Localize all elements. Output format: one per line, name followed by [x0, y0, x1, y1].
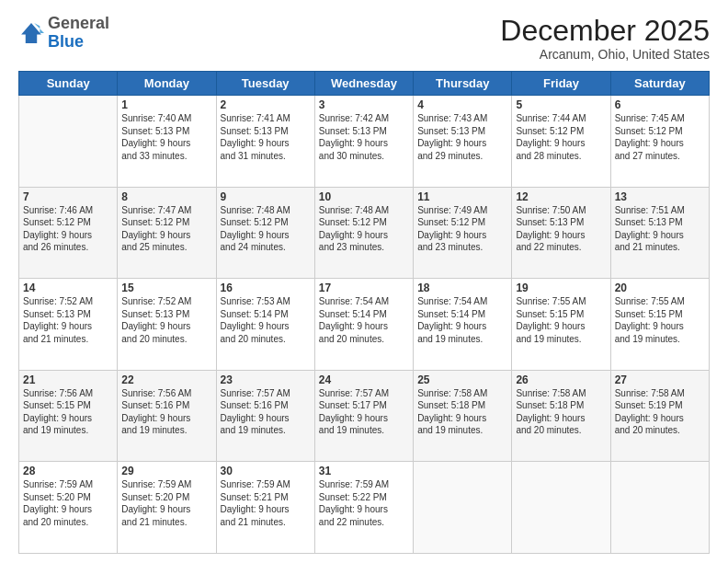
col-tuesday: Tuesday [216, 72, 314, 96]
day-info: Sunrise: 7:54 AMSunset: 5:14 PMDaylight:… [417, 295, 507, 345]
col-thursday: Thursday [414, 72, 512, 96]
day-number: 29 [121, 465, 211, 477]
logo-text: General Blue [48, 15, 109, 52]
day-number: 30 [221, 465, 311, 477]
table-row: 17Sunrise: 7:54 AMSunset: 5:14 PMDayligh… [314, 279, 413, 371]
table-row: 27Sunrise: 7:58 AMSunset: 5:19 PMDayligh… [610, 370, 709, 462]
table-row: 5Sunrise: 7:44 AMSunset: 5:12 PMDaylight… [512, 96, 610, 188]
day-number: 28 [23, 465, 113, 477]
table-row: 21Sunrise: 7:56 AMSunset: 5:15 PMDayligh… [19, 370, 118, 462]
table-row [19, 96, 118, 188]
day-info: Sunrise: 7:52 AMSunset: 5:13 PMDaylight:… [23, 295, 113, 345]
day-number: 2 [221, 98, 311, 111]
day-number: 15 [121, 282, 211, 294]
title-block: December 2025 Arcanum, Ohio, United Stat… [500, 15, 710, 62]
table-row: 29Sunrise: 7:59 AMSunset: 5:20 PMDayligh… [118, 462, 216, 554]
day-number: 24 [319, 373, 409, 386]
table-row: 23Sunrise: 7:57 AMSunset: 5:16 PMDayligh… [216, 370, 314, 462]
table-row: 16Sunrise: 7:53 AMSunset: 5:14 PMDayligh… [216, 279, 314, 371]
day-info: Sunrise: 7:56 AMSunset: 5:16 PMDaylight:… [121, 387, 211, 437]
day-info: Sunrise: 7:43 AMSunset: 5:13 PMDaylight:… [417, 112, 507, 162]
day-info: Sunrise: 7:59 AMSunset: 5:20 PMDaylight:… [23, 478, 113, 528]
day-info: Sunrise: 7:59 AMSunset: 5:22 PMDaylight:… [319, 478, 409, 528]
day-info: Sunrise: 7:55 AMSunset: 5:15 PMDaylight:… [615, 295, 705, 345]
table-row: 8Sunrise: 7:47 AMSunset: 5:12 PMDaylight… [118, 187, 216, 279]
table-row: 14Sunrise: 7:52 AMSunset: 5:13 PMDayligh… [19, 279, 118, 371]
day-info: Sunrise: 7:50 AMSunset: 5:13 PMDaylight:… [516, 204, 606, 254]
day-number: 12 [516, 190, 606, 203]
table-row: 3Sunrise: 7:42 AMSunset: 5:13 PMDaylight… [314, 96, 413, 188]
col-saturday: Saturday [610, 72, 709, 96]
day-info: Sunrise: 7:48 AMSunset: 5:12 PMDaylight:… [319, 204, 409, 254]
day-info: Sunrise: 7:57 AMSunset: 5:17 PMDaylight:… [319, 387, 409, 437]
day-number: 23 [221, 373, 311, 386]
calendar-week-row: 28Sunrise: 7:59 AMSunset: 5:20 PMDayligh… [19, 462, 710, 554]
table-row: 15Sunrise: 7:52 AMSunset: 5:13 PMDayligh… [118, 279, 216, 371]
location: Arcanum, Ohio, United States [500, 47, 710, 62]
day-info: Sunrise: 7:57 AMSunset: 5:16 PMDaylight:… [221, 387, 311, 437]
day-info: Sunrise: 7:47 AMSunset: 5:12 PMDaylight:… [121, 204, 211, 254]
table-row [512, 462, 610, 554]
calendar-header-row: Sunday Monday Tuesday Wednesday Thursday… [19, 72, 710, 96]
calendar-week-row: 7Sunrise: 7:46 AMSunset: 5:12 PMDaylight… [19, 187, 710, 279]
logo-general: General [48, 15, 109, 33]
day-info: Sunrise: 7:56 AMSunset: 5:15 PMDaylight:… [23, 387, 113, 437]
col-monday: Monday [118, 72, 216, 96]
calendar-week-row: 1Sunrise: 7:40 AMSunset: 5:13 PMDaylight… [19, 96, 710, 188]
table-row: 1Sunrise: 7:40 AMSunset: 5:13 PMDaylight… [118, 96, 216, 188]
table-row: 19Sunrise: 7:55 AMSunset: 5:15 PMDayligh… [512, 279, 610, 371]
day-number: 5 [516, 98, 606, 111]
day-number: 10 [319, 190, 409, 203]
table-row: 20Sunrise: 7:55 AMSunset: 5:15 PMDayligh… [610, 279, 709, 371]
day-info: Sunrise: 7:59 AMSunset: 5:21 PMDaylight:… [221, 478, 311, 528]
col-friday: Friday [512, 72, 610, 96]
day-number: 17 [319, 282, 409, 294]
day-info: Sunrise: 7:52 AMSunset: 5:13 PMDaylight:… [121, 295, 211, 345]
day-number: 16 [221, 282, 311, 294]
day-info: Sunrise: 7:58 AMSunset: 5:18 PMDaylight:… [417, 387, 507, 437]
day-number: 8 [121, 190, 211, 203]
day-number: 31 [319, 465, 409, 477]
table-row: 22Sunrise: 7:56 AMSunset: 5:16 PMDayligh… [118, 370, 216, 462]
table-row: 25Sunrise: 7:58 AMSunset: 5:18 PMDayligh… [414, 370, 512, 462]
table-row [610, 462, 709, 554]
calendar-week-row: 21Sunrise: 7:56 AMSunset: 5:15 PMDayligh… [19, 370, 710, 462]
day-number: 14 [23, 282, 113, 294]
col-sunday: Sunday [19, 72, 118, 96]
day-number: 22 [121, 373, 211, 386]
table-row: 31Sunrise: 7:59 AMSunset: 5:22 PMDayligh… [314, 462, 413, 554]
day-number: 7 [23, 190, 113, 203]
table-row: 4Sunrise: 7:43 AMSunset: 5:13 PMDaylight… [414, 96, 512, 188]
day-number: 18 [417, 282, 507, 294]
logo-icon [18, 20, 44, 46]
day-number: 1 [121, 98, 211, 111]
logo-blue: Blue [48, 33, 109, 52]
day-info: Sunrise: 7:40 AMSunset: 5:13 PMDaylight:… [121, 112, 211, 162]
day-info: Sunrise: 7:53 AMSunset: 5:14 PMDaylight:… [221, 295, 311, 345]
table-row: 24Sunrise: 7:57 AMSunset: 5:17 PMDayligh… [314, 370, 413, 462]
day-number: 13 [615, 190, 705, 203]
day-number: 21 [23, 373, 113, 386]
day-number: 4 [417, 98, 507, 111]
day-info: Sunrise: 7:41 AMSunset: 5:13 PMDaylight:… [221, 112, 311, 162]
logo: General Blue [18, 15, 109, 52]
table-row: 13Sunrise: 7:51 AMSunset: 5:13 PMDayligh… [610, 187, 709, 279]
day-info: Sunrise: 7:51 AMSunset: 5:13 PMDaylight:… [615, 204, 705, 254]
day-info: Sunrise: 7:55 AMSunset: 5:15 PMDaylight:… [516, 295, 606, 345]
table-row: 12Sunrise: 7:50 AMSunset: 5:13 PMDayligh… [512, 187, 610, 279]
header: General Blue December 2025 Arcanum, Ohio… [18, 15, 710, 62]
day-number: 19 [516, 282, 606, 294]
day-number: 6 [615, 98, 705, 111]
table-row [414, 462, 512, 554]
day-info: Sunrise: 7:49 AMSunset: 5:12 PMDaylight:… [417, 204, 507, 254]
day-number: 27 [615, 373, 705, 386]
day-number: 20 [615, 282, 705, 294]
day-info: Sunrise: 7:44 AMSunset: 5:12 PMDaylight:… [516, 112, 606, 162]
day-info: Sunrise: 7:46 AMSunset: 5:12 PMDaylight:… [23, 204, 113, 254]
calendar-table: Sunday Monday Tuesday Wednesday Thursday… [18, 71, 710, 554]
day-info: Sunrise: 7:45 AMSunset: 5:12 PMDaylight:… [615, 112, 705, 162]
day-number: 9 [221, 190, 311, 203]
table-row: 26Sunrise: 7:58 AMSunset: 5:18 PMDayligh… [512, 370, 610, 462]
calendar-week-row: 14Sunrise: 7:52 AMSunset: 5:13 PMDayligh… [19, 279, 710, 371]
page: General Blue December 2025 Arcanum, Ohio… [0, 0, 728, 563]
